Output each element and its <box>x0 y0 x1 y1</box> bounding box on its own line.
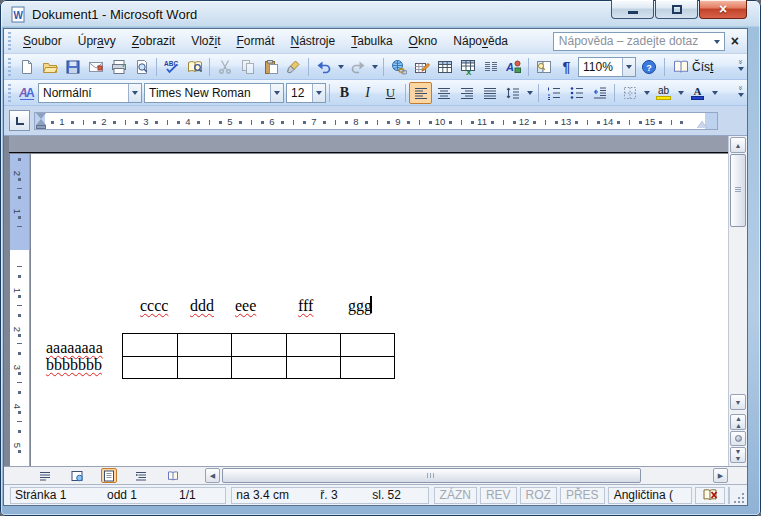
status-record-mode[interactable]: ZÁZN <box>434 487 477 504</box>
line-spacing-button[interactable] <box>501 82 524 104</box>
italic-button[interactable]: I <box>356 82 379 104</box>
spelling-status-button[interactable] <box>695 487 725 504</box>
scroll-up-button[interactable]: ▲ <box>730 137 746 153</box>
scroll-down-button[interactable]: ▼ <box>730 394 746 410</box>
title-bar[interactable]: W Dokument1 - Microsoft Word × <box>0 0 761 28</box>
style-combobox[interactable]: Normální <box>38 83 142 103</box>
help-button[interactable]: ? <box>636 56 661 78</box>
table-cell[interactable] <box>177 356 231 378</box>
table-cell[interactable] <box>286 356 340 378</box>
next-page-button[interactable]: ▼▼ <box>730 447 746 463</box>
read-button[interactable]: Číst <box>668 56 718 78</box>
menu-item-vlozit[interactable]: Vložit <box>183 31 228 51</box>
help-query-box[interactable]: Nápověda – zadejte dotaz <box>553 32 725 51</box>
insert-excel-button[interactable]: X <box>456 56 479 78</box>
justify-button[interactable] <box>478 82 501 104</box>
formatting-toolbar-drag-handle[interactable] <box>7 84 12 102</box>
print-preview-button[interactable] <box>130 56 153 78</box>
table-cell[interactable] <box>231 334 285 356</box>
font-color-button[interactable]: A <box>686 82 709 104</box>
insert-table-button[interactable] <box>433 56 456 78</box>
status-position-group[interactable]: na 3.4 cm ř. 3 sl. 52 <box>231 487 428 504</box>
table-cell[interactable] <box>340 356 394 378</box>
numbering-button[interactable] <box>542 82 565 104</box>
decrease-indent-button[interactable] <box>588 82 611 104</box>
columns-button[interactable] <box>479 56 502 78</box>
menu-item-soubor[interactable]: Soubor <box>15 31 70 51</box>
bold-button[interactable]: B <box>333 82 356 104</box>
select-browse-object-button[interactable] <box>730 431 746 446</box>
horizontal-scroll-thumb[interactable] <box>222 468 641 483</box>
menu-item-tabulka[interactable]: Tabulka <box>343 31 400 51</box>
tables-and-borders-button[interactable] <box>410 56 433 78</box>
document-table[interactable] <box>122 333 395 379</box>
minimize-button[interactable] <box>611 0 654 19</box>
scroll-right-button[interactable]: ▶ <box>713 468 728 483</box>
tab-selector-button[interactable] <box>9 110 30 131</box>
resize-grip[interactable] <box>733 487 745 504</box>
undo-button[interactable] <box>312 56 335 78</box>
toolbar-options-button[interactable]: » <box>734 81 747 105</box>
style-dropdown-icon[interactable] <box>128 84 141 102</box>
status-language[interactable]: Angličtina ( <box>608 487 692 504</box>
format-painter-button[interactable] <box>282 56 305 78</box>
vertical-scrollbar[interactable]: ▲ ▼ ▲▲ ▼▼ <box>728 136 747 466</box>
status-revision-mode[interactable]: REV <box>480 487 517 504</box>
table-cell[interactable] <box>123 356 177 378</box>
underline-button[interactable]: U <box>379 82 402 104</box>
menu-item-nastroje[interactable]: Nástroje <box>283 31 344 51</box>
menu-item-zobrazit[interactable]: Zobrazit <box>124 31 183 51</box>
menu-item-napoveda[interactable]: Nápověda <box>445 31 516 51</box>
insert-hyperlink-button[interactable] <box>387 56 410 78</box>
close-button[interactable]: × <box>699 0 747 19</box>
document-word-ddd[interactable]: ddd <box>190 297 214 315</box>
print-button[interactable] <box>107 56 130 78</box>
menu-item-format[interactable]: Formát <box>228 31 282 51</box>
font-combobox[interactable]: Times New Roman <box>144 83 284 103</box>
font-dropdown-icon[interactable] <box>270 84 283 102</box>
web-layout-view-button[interactable] <box>69 468 85 483</box>
document-word-ggg[interactable]: ggg <box>348 297 372 315</box>
help-query-dropdown-icon[interactable] <box>711 33 724 50</box>
borders-button[interactable] <box>618 82 641 104</box>
normal-view-button[interactable] <box>37 468 53 483</box>
table-cell[interactable] <box>177 334 231 356</box>
previous-page-button[interactable]: ▲▲ <box>730 414 746 430</box>
drawing-button[interactable]: A <box>502 56 525 78</box>
document-word-eee[interactable]: eee <box>235 297 256 315</box>
document-word-fff[interactable]: fff <box>298 297 313 315</box>
align-center-button[interactable] <box>432 82 455 104</box>
table-cell[interactable] <box>286 334 340 356</box>
new-document-button[interactable] <box>15 56 38 78</box>
document-map-button[interactable] <box>532 56 555 78</box>
table-cell[interactable] <box>340 334 394 356</box>
document-line-aaaaaaaa[interactable]: aaaaaaaa <box>46 339 103 357</box>
table-cell[interactable] <box>231 356 285 378</box>
save-button[interactable] <box>61 56 84 78</box>
vertical-ruler[interactable]: 2112345 <box>10 154 30 466</box>
paste-button[interactable] <box>259 56 282 78</box>
align-right-button[interactable] <box>455 82 478 104</box>
table-cell[interactable] <box>123 334 177 356</box>
align-left-button[interactable] <box>409 82 432 104</box>
borders-dropdown-icon[interactable] <box>641 82 652 104</box>
spelling-button[interactable]: ABC <box>160 56 183 78</box>
maximize-button[interactable] <box>655 0 698 19</box>
line-spacing-dropdown-icon[interactable] <box>524 82 535 104</box>
menubar-drag-handle[interactable] <box>7 32 12 50</box>
status-overtype-mode[interactable]: PŘES <box>560 487 605 504</box>
left-indent-marker[interactable] <box>36 125 46 129</box>
bullets-button[interactable] <box>565 82 588 104</box>
close-document-icon[interactable]: × <box>725 33 747 49</box>
styles-and-formatting-button[interactable]: AA <box>15 82 38 104</box>
zoom-dropdown-icon[interactable] <box>622 58 635 76</box>
document-word-cccc[interactable]: cccc <box>140 297 168 315</box>
font-color-dropdown-icon[interactable] <box>709 82 720 104</box>
menu-item-okno[interactable]: Okno <box>401 31 446 51</box>
undo-dropdown-icon[interactable] <box>335 56 346 78</box>
highlight-dropdown-icon[interactable] <box>675 82 686 104</box>
font-size-dropdown-icon[interactable] <box>312 84 325 102</box>
vertical-scroll-thumb[interactable] <box>730 154 746 227</box>
status-extend-mode[interactable]: ROZ <box>520 487 557 504</box>
show-formatting-marks-button[interactable]: ¶ <box>555 56 578 78</box>
